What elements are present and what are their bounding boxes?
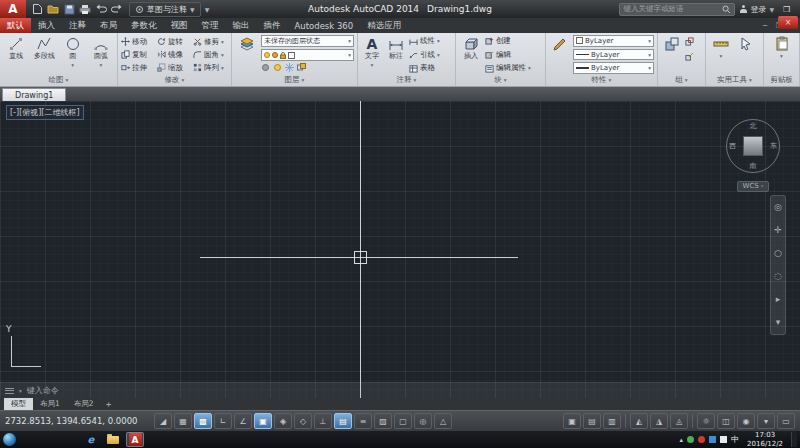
tool-move[interactable]: 移动 — [121, 37, 157, 47]
workspace-switch-button[interactable]: ☼ — [697, 413, 715, 429]
tool-mirror[interactable]: 镜像 — [157, 50, 193, 60]
quick-properties-toggle[interactable]: ▢ — [394, 413, 412, 429]
new-layout-button[interactable]: + — [101, 398, 117, 410]
tool-create-block[interactable]: 创建 — [485, 35, 542, 47]
pan-icon[interactable]: ✛ — [774, 226, 782, 235]
app-menu-button[interactable]: A — [0, 0, 26, 18]
layer-match-icon[interactable] — [297, 63, 306, 72]
object-snap-toggle[interactable]: ▣ — [254, 413, 272, 429]
tray-icon-red[interactable] — [698, 436, 705, 443]
explorer-taskbar-icon[interactable] — [104, 432, 122, 447]
compass-west-label[interactable]: 西 — [729, 141, 736, 151]
drawing-canvas[interactable]: [-][俯视][二维线框] 北 南 西 东 WCS ▾ ◎ ✛ ○ ◌ ▸ ▾ — [0, 101, 800, 398]
dynamic-input-toggle[interactable]: ▤ — [334, 413, 352, 429]
panel-label-modify[interactable]: 修改▾ — [118, 74, 231, 86]
annotation-scale-button[interactable]: ◬ — [670, 413, 688, 429]
viewcube-compass[interactable]: 北 南 西 东 — [726, 119, 780, 173]
tool-arc[interactable]: 圆弧 ▾ — [88, 35, 114, 74]
command-grip-icon[interactable] — [5, 387, 14, 395]
tray-icon-white[interactable] — [720, 436, 727, 443]
tab-layout2[interactable]: 布局2 — [67, 398, 101, 410]
file-tab-drawing1[interactable]: Drawing1 — [2, 88, 66, 101]
paste-button[interactable]: ▾ — [770, 35, 794, 74]
dynamic-ucs-toggle[interactable]: ⊥ — [314, 413, 332, 429]
layer-state-dropdown[interactable]: 未保存的图层状态 ▾ — [261, 35, 354, 47]
panel-label-properties[interactable]: 特性▾ — [546, 74, 657, 86]
maximize-button[interactable]: ❒ — [778, 3, 795, 16]
viewcube-cube[interactable] — [743, 136, 763, 156]
tool-line[interactable]: 直线 — [3, 35, 29, 74]
toolbar-lock-button[interactable]: ◫ — [717, 413, 735, 429]
panel-label-groups[interactable]: 组▾ — [658, 74, 705, 86]
close-button[interactable]: × — [778, 16, 798, 29]
tool-dimension[interactable]: 标注 — [385, 35, 407, 74]
show-desktop-button[interactable] — [791, 432, 797, 447]
workspace-switcher[interactable]: 草图与注释 ▼ — [129, 2, 201, 17]
start-button[interactable] — [3, 433, 16, 446]
autoscale-button[interactable]: ◮ — [650, 413, 668, 429]
compass-north-label[interactable]: 北 — [750, 121, 757, 131]
layer-off-icon[interactable] — [261, 63, 270, 72]
ribbon-tab-insert[interactable]: 插入 — [31, 18, 62, 33]
help-search-box[interactable]: 键入关键字或短语 — [619, 3, 735, 16]
steering-wheel-icon[interactable]: ◎ — [774, 203, 782, 212]
orbit-icon[interactable]: ◌ — [774, 272, 782, 281]
tool-polyline[interactable]: 多段线 — [31, 35, 57, 74]
tool-leader[interactable]: 引线▾ — [409, 49, 452, 61]
panel-label-annotation[interactable]: 注释▾ — [358, 74, 455, 86]
tab-model[interactable]: 模型 — [4, 398, 33, 410]
ribbon-tab-autodesk360[interactable]: Autodesk 360 — [288, 18, 361, 33]
wcs-menu[interactable]: WCS ▾ — [737, 181, 768, 192]
snap-mode-toggle[interactable]: ▦ — [174, 413, 192, 429]
annotation-monitor-toggle[interactable]: △ — [434, 413, 452, 429]
command-menu-icon[interactable]: ▾ — [19, 388, 22, 394]
isolate-objects-button[interactable]: ◉ — [737, 413, 755, 429]
open-file-icon[interactable] — [46, 2, 60, 16]
viewcube[interactable]: 北 南 西 东 WCS ▾ — [722, 119, 784, 192]
command-line[interactable]: ▾ 键入命令 — [0, 382, 800, 398]
ribbon-tab-plugins[interactable]: 插件 — [257, 18, 288, 33]
command-prompt[interactable]: 键入命令 — [27, 385, 59, 396]
linetype-dropdown[interactable]: ByLayer ▾ — [573, 49, 654, 61]
tool-edit-attributes[interactable]: 编辑属性▾ — [485, 62, 542, 74]
quick-view-drawings-button[interactable]: ▥ — [603, 413, 621, 429]
lineweight-dropdown[interactable]: ByLayer ▾ — [573, 62, 654, 74]
selection-cycling-toggle[interactable]: ◎ — [414, 413, 432, 429]
grid-display-toggle[interactable]: ▩ — [194, 413, 212, 429]
match-properties-button[interactable] — [549, 35, 571, 74]
lineweight-toggle[interactable]: ≡ — [354, 413, 372, 429]
3d-object-snap-toggle[interactable]: ◈ — [274, 413, 292, 429]
undo-icon[interactable] — [94, 2, 108, 16]
showmotion-icon[interactable]: ▸ — [776, 295, 781, 304]
compass-east-label[interactable]: 东 — [770, 141, 777, 151]
compass-south-label[interactable]: 南 — [750, 161, 757, 171]
signin-button[interactable]: 登录 ▼ — [739, 4, 774, 15]
panel-label-clipboard[interactable]: 剪贴板 — [764, 74, 799, 86]
viewport-controls[interactable]: [-][俯视][二维线框] — [6, 105, 84, 120]
zoom-icon[interactable]: ○ — [774, 249, 782, 258]
new-file-icon[interactable] — [30, 2, 44, 16]
ribbon-tab-featured-apps[interactable]: 精选应用 — [360, 18, 408, 33]
tool-array[interactable]: 阵列▾ — [193, 63, 229, 73]
tool-trim[interactable]: 修剪▾ — [193, 37, 229, 47]
model-space-button[interactable]: ▣ — [563, 413, 581, 429]
transparency-toggle[interactable]: ▨ — [374, 413, 392, 429]
measure-button[interactable]: ▾ — [709, 35, 733, 74]
tool-text[interactable]: A 文字 ▾ — [361, 35, 383, 74]
layer-properties-button[interactable] — [235, 35, 259, 74]
layer-isolate-icon[interactable] — [273, 63, 282, 72]
group-edit-icon[interactable] — [685, 50, 702, 63]
qat-menu-icon[interactable]: ▼ — [205, 6, 210, 13]
navigation-bar[interactable]: ◎ ✛ ○ ◌ ▸ ▾ — [770, 195, 786, 335]
ribbon-tab-manage[interactable]: 管理 — [195, 18, 226, 33]
annotation-visibility-button[interactable]: ◭ — [630, 413, 648, 429]
tab-layout1[interactable]: 布局1 — [33, 398, 67, 410]
panel-label-block[interactable]: 块▾ — [456, 74, 545, 86]
group-button[interactable] — [661, 35, 683, 74]
tray-icon-blue[interactable] — [709, 436, 716, 443]
object-snap-tracking-toggle[interactable]: ◇ — [294, 413, 312, 429]
layer-list-dropdown[interactable]: ▾ — [261, 49, 354, 61]
ortho-mode-toggle[interactable]: ∟ — [214, 413, 232, 429]
layer-freeze-icon[interactable] — [285, 63, 294, 72]
tool-scale[interactable]: 缩放 — [157, 63, 193, 73]
